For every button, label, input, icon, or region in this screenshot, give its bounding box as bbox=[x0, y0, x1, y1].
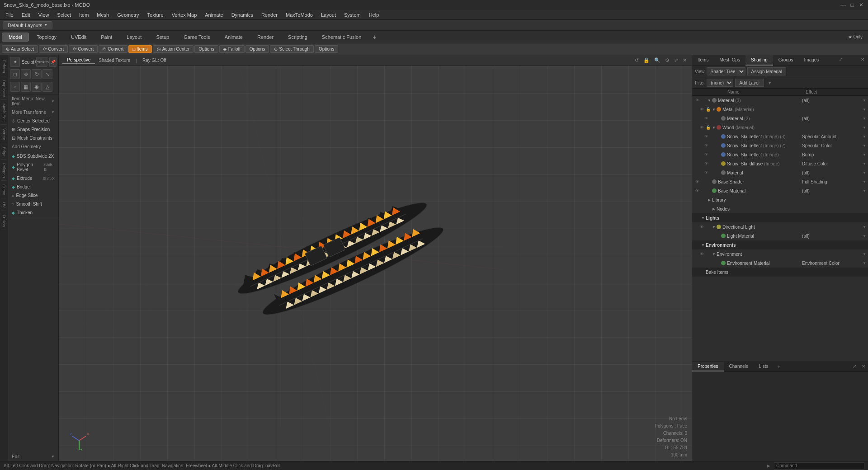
tree-eye-material-3[interactable]: 👁 bbox=[703, 169, 709, 176]
view-selector[interactable]: Shader Tree bbox=[707, 67, 745, 75]
menu-animate[interactable]: Animate bbox=[201, 11, 226, 19]
tree-row-base-shader[interactable]: 👁 Base Shader Full Shading ▼ bbox=[692, 177, 868, 186]
bottom-tab-properties[interactable]: Properties bbox=[692, 362, 724, 371]
vp-close-btn[interactable]: ✕ bbox=[681, 57, 688, 63]
select-icon-btn[interactable]: ◻ bbox=[10, 69, 20, 79]
tree-row-bake-items[interactable]: Bake Items bbox=[692, 268, 868, 277]
panel-pin-btn[interactable]: 📌 bbox=[49, 57, 57, 67]
tab-render[interactable]: Render bbox=[250, 33, 280, 42]
convert-button-1[interactable]: ⟳ Convert bbox=[39, 45, 68, 53]
strip-uv[interactable]: UV bbox=[1, 199, 7, 211]
vp-lock-btn[interactable]: 🔒 bbox=[642, 57, 651, 63]
layout-selector[interactable]: Default Layouts ▼ bbox=[3, 21, 52, 29]
strip-deform[interactable]: Deform bbox=[1, 57, 7, 76]
tree-row-ski-reflect-2[interactable]: 👁 Snow_Ski_reflect (Image) (2) Specular … bbox=[692, 141, 868, 150]
filter-selector[interactable]: (none) bbox=[707, 79, 733, 87]
tree-row-env-material[interactable]: Environment Material Environment Color ▼ bbox=[692, 258, 868, 268]
tree-eye-material-2[interactable]: 👁 bbox=[703, 115, 709, 122]
tree-expand-nodes[interactable]: ▶ bbox=[711, 207, 717, 211]
tree-eye-ski-reflect-2[interactable]: 👁 bbox=[703, 142, 709, 149]
tri-icon-btn[interactable]: △ bbox=[42, 82, 52, 92]
tree-eye-dir-light[interactable]: 👁 bbox=[698, 224, 705, 230]
tree-eye-environment[interactable]: 👁 bbox=[698, 251, 705, 257]
tab-layout[interactable]: Layout bbox=[120, 33, 148, 42]
right-tab-items[interactable]: Items bbox=[692, 55, 714, 66]
strip-curve[interactable]: Curve bbox=[1, 182, 7, 198]
right-panel-close[interactable]: ✕ bbox=[857, 55, 868, 66]
tree-eye-ski-reflect-3[interactable]: 👁 bbox=[703, 151, 709, 158]
menu-dynamics[interactable]: Dynamics bbox=[228, 11, 257, 19]
presets-btn[interactable]: Presets bbox=[36, 57, 47, 67]
action-center-button[interactable]: ◎ Action Center bbox=[153, 45, 194, 53]
menu-help[interactable]: Help bbox=[365, 11, 383, 19]
tree-eye-ski-reflect-1[interactable]: 👁 bbox=[703, 133, 709, 140]
tree-lock-metal[interactable]: 🔒 bbox=[705, 106, 711, 113]
vp-tab-perspective[interactable]: Perspective bbox=[62, 56, 95, 64]
vp-reset-btn[interactable]: ↺ bbox=[633, 57, 640, 63]
sds-subdivide-btn[interactable]: ◆ SDS Subdivide 2X bbox=[8, 152, 58, 160]
tree-section-environments[interactable]: ▼ Environments bbox=[692, 240, 868, 249]
tree-row-light-material[interactable]: Light Material (all) ▼ bbox=[692, 231, 868, 240]
tab-setup[interactable]: Setup bbox=[149, 33, 176, 42]
strip-polygon[interactable]: Polygon bbox=[1, 160, 7, 181]
items-button[interactable]: □ Items bbox=[128, 45, 152, 53]
viewport-3d[interactable]: Perspective Shaded Texture | Ray GL: Off… bbox=[59, 55, 692, 461]
options-button-2[interactable]: Options bbox=[245, 45, 269, 53]
menu-select[interactable]: Select bbox=[53, 11, 75, 19]
vp-search-btn[interactable]: 🔍 bbox=[653, 57, 662, 63]
menu-render[interactable]: Render bbox=[258, 11, 281, 19]
add-layer-btn[interactable]: Add Layer bbox=[735, 79, 764, 87]
convert-button-3[interactable]: ⟳ Convert bbox=[99, 45, 127, 53]
maximize-button[interactable]: □ bbox=[849, 2, 855, 8]
tree-section-lights[interactable]: ▼ Lights bbox=[692, 213, 868, 222]
tree-row-dir-light[interactable]: 👁 ▼ Directional Light ▼ bbox=[692, 222, 868, 231]
tree-row-material-2[interactable]: 👁 Material (2) (all) ▼ bbox=[692, 114, 868, 123]
tab-game-tools[interactable]: Game Tools bbox=[177, 33, 217, 42]
polygon-bevel-btn[interactable]: ◆ Polygon Bevel Shift-B bbox=[8, 160, 58, 174]
tree-row-environment[interactable]: 👁 ▼ Environment ▼ bbox=[692, 249, 868, 258]
tree-row-metal[interactable]: 👁 🔒 ▼ Metal (Material) ▼ bbox=[692, 105, 868, 114]
tree-lock-wood[interactable]: 🔒 bbox=[705, 124, 711, 131]
smooth-shift-btn[interactable]: ○ Smooth Shift bbox=[8, 200, 58, 208]
center-selected-button[interactable]: ⊹ Center Selected bbox=[8, 117, 58, 125]
options-button-3[interactable]: Options bbox=[315, 45, 338, 53]
more-transforms-dropdown[interactable]: More Transforms ▼ bbox=[8, 108, 58, 117]
menu-item[interactable]: Item bbox=[75, 11, 92, 19]
circle-icon-btn[interactable]: ○ bbox=[10, 82, 20, 92]
options-button-1[interactable]: Options bbox=[194, 45, 218, 53]
vp-settings-btn[interactable]: ⚙ bbox=[664, 57, 671, 63]
grid-icon-btn[interactable]: ▦ bbox=[21, 82, 31, 92]
right-panel-expand[interactable]: ⤢ bbox=[835, 55, 846, 66]
tab-scripting[interactable]: Scripting bbox=[281, 33, 314, 42]
tree-row-wood[interactable]: 👁 🔒 ▼ Wood (Material) ▼ bbox=[692, 123, 868, 132]
menu-system[interactable]: System bbox=[340, 11, 364, 19]
tree-expand-environments[interactable]: ▼ bbox=[700, 243, 706, 247]
menu-view[interactable]: View bbox=[35, 11, 53, 19]
tree-row-nodes[interactable]: ▶ Nodes bbox=[692, 204, 868, 213]
close-button[interactable]: ✕ bbox=[858, 2, 864, 8]
viewport-canvas[interactable]: No Items Polygons : Face Channels: 0 Def… bbox=[59, 66, 692, 461]
auto-select-button[interactable]: ⊕ Auto Select bbox=[2, 45, 38, 53]
add-tab-button[interactable]: + bbox=[369, 32, 380, 42]
assign-material-btn[interactable]: Assign Material bbox=[747, 67, 786, 75]
right-tab-groups[interactable]: Groups bbox=[773, 55, 799, 66]
menu-vertexmap[interactable]: Vertex Map bbox=[168, 11, 201, 19]
add-bottom-tab-btn[interactable]: + bbox=[774, 362, 783, 371]
right-tab-images[interactable]: Images bbox=[799, 55, 825, 66]
tab-topology[interactable]: Topology bbox=[30, 33, 63, 42]
tab-model[interactable]: Model bbox=[2, 33, 29, 42]
edge-slice-btn[interactable]: ○ Edge Slice bbox=[8, 191, 58, 200]
tree-row-ski-diffuse[interactable]: 👁 Snow_Ski_diffuse (Image) Diffuse Color… bbox=[692, 159, 868, 168]
bp-close-btn[interactable]: ✕ bbox=[859, 362, 868, 371]
tree-expand-library[interactable]: ▶ bbox=[707, 198, 712, 202]
minimize-button[interactable]: — bbox=[840, 2, 846, 8]
add-geometry-dropdown[interactable]: Add Geometry bbox=[8, 142, 58, 151]
convert-button-2[interactable]: ⟳ Convert bbox=[69, 45, 98, 53]
menu-mesh[interactable]: Mesh bbox=[93, 11, 113, 19]
item-menu-dropdown[interactable]: Item Menu: New Item ▼ bbox=[8, 94, 58, 108]
sculpt-icon-btn[interactable]: ✦ bbox=[10, 57, 20, 67]
menu-layout[interactable]: Layout bbox=[317, 11, 340, 19]
right-tab-shading[interactable]: Shading bbox=[745, 55, 773, 66]
tree-row-material-root[interactable]: 👁 ▼ Material (3) (all) ▼ bbox=[692, 96, 868, 105]
tree-eye-metal[interactable]: 👁 bbox=[698, 106, 705, 113]
